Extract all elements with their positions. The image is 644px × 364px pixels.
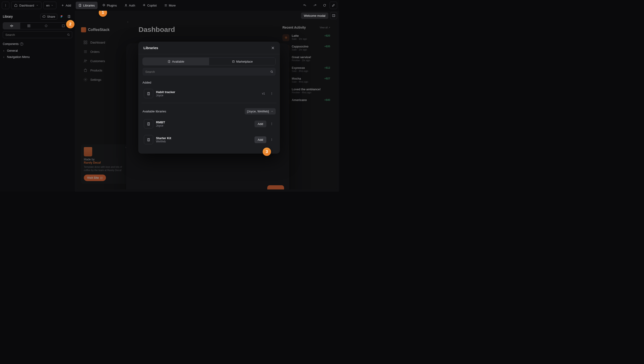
book-icon: [168, 60, 171, 63]
mode-grid[interactable]: [20, 22, 38, 29]
help-icon[interactable]: ?: [20, 42, 23, 46]
activity-title: Mocha: [292, 77, 322, 80]
menu-button[interactable]: [2, 2, 9, 9]
activity-title: Americano: [292, 98, 322, 102]
page-title: Dashboard: [139, 26, 277, 34]
tree-item-nav-menu[interactable]: › Navigation Menu: [3, 54, 72, 60]
copilot-button[interactable]: Copilot: [140, 2, 159, 9]
dots-vertical-icon: [270, 138, 273, 141]
library-row-available: Starter Kit WeWeb Add: [143, 132, 276, 148]
canvas: Welcome modal ‹ CoffeeStack Dashboard: [75, 11, 339, 192]
svg-point-34: [271, 92, 272, 93]
author-filter[interactable]: [Joyce, WeWeb]: [245, 108, 276, 114]
undo-icon: [303, 4, 306, 7]
svg-point-5: [61, 16, 62, 17]
svg-rect-12: [29, 26, 30, 27]
nav-label: Orders: [90, 50, 100, 54]
plugins-button[interactable]: Plugins: [100, 2, 120, 9]
grid-icon: [83, 40, 88, 44]
nav-dashboard[interactable]: Dashboard: [81, 38, 128, 47]
tree-item-general[interactable]: › General: [3, 48, 72, 54]
nav-orders[interactable]: Orders: [81, 47, 128, 56]
more-button[interactable]: More: [161, 2, 179, 9]
svg-rect-13: [62, 25, 64, 27]
activity-amount: +$27: [324, 77, 330, 84]
activity-amount: +$20: [324, 34, 330, 41]
library-search-input[interactable]: [145, 70, 270, 74]
activity-title: Cappuccino: [292, 45, 322, 48]
add-button[interactable]: Add: [58, 2, 74, 9]
mode-move[interactable]: [3, 22, 20, 29]
page-selector[interactable]: Dashboard: [11, 2, 42, 9]
activity-item[interactable]: $LatteSale · 1hr ago+$20: [282, 32, 330, 43]
undo-button[interactable]: [300, 2, 309, 9]
welcome-modal-label[interactable]: Welcome modal: [301, 12, 328, 19]
visit-site-button[interactable]: Visit Site: [84, 174, 106, 181]
madeby-text: Made by Rarely Decaf: [84, 158, 126, 164]
auth-label: Auth: [129, 4, 135, 7]
activity-item[interactable]: Great service!Review · 1hr ago: [282, 54, 330, 64]
diamond-icon: [45, 24, 48, 28]
components-section-header: Components ?: [3, 42, 72, 46]
svg-point-3: [126, 4, 127, 5]
components-section-label: Components: [3, 42, 19, 46]
close-button[interactable]: [271, 46, 275, 50]
move-icon: [10, 24, 13, 28]
tab-available[interactable]: Available: [143, 58, 209, 65]
activity-sub: Review · 4hrs ago: [292, 91, 328, 94]
mode-components[interactable]: [38, 22, 55, 29]
tab-marketplace[interactable]: Marketplace: [209, 58, 275, 65]
book-link-button[interactable]: [66, 14, 72, 20]
activity-item[interactable]: $MochaSale · 4hrs ago+$27: [282, 75, 330, 86]
redo-button[interactable]: [311, 2, 319, 9]
copilot-label: Copilot: [147, 4, 157, 7]
svg-point-35: [271, 93, 272, 94]
nav-customers[interactable]: Customers: [81, 56, 128, 66]
add-library-button[interactable]: Add: [255, 136, 266, 143]
dots-vertical-icon: [4, 4, 7, 7]
panel-toggle-button[interactable]: [330, 12, 337, 19]
library-more-button[interactable]: [269, 91, 274, 96]
library-version: v1: [262, 92, 265, 95]
library-more-button[interactable]: [269, 137, 274, 142]
box-icon: [62, 24, 65, 28]
share-button[interactable]: Share: [40, 14, 57, 20]
svg-point-1: [5, 5, 6, 6]
plugins-label: Plugins: [107, 4, 117, 7]
collapse-sidebar-button[interactable]: ‹: [127, 20, 128, 24]
chevron-down-icon: [36, 4, 39, 7]
preview-sidebar: ‹ CoffeeStack Dashboard Orders: [77, 20, 132, 190]
activity-item[interactable]: $EspressoSale · 3hrs ago+$12: [282, 64, 330, 75]
book-icon: [79, 4, 82, 7]
activity-item[interactable]: $Americano+$40: [282, 96, 330, 107]
madeby-sub: Template done with love and lots of coff…: [84, 165, 126, 172]
activity-item[interactable]: Loved the ambiance!Review · 4hrs ago: [282, 86, 330, 96]
view-all-link[interactable]: View all ↗: [320, 26, 330, 29]
libraries-modal-title: Libraries: [143, 46, 158, 50]
panel-mode-switch: [3, 22, 72, 29]
activity-amount: +$35: [324, 45, 330, 52]
visit-site-label: Visit Site: [87, 176, 99, 180]
panel-search[interactable]: [3, 31, 72, 38]
language-selector[interactable]: en: [43, 2, 56, 9]
libraries-button[interactable]: Libraries: [76, 2, 98, 9]
welcome-primary-button[interactable]: [267, 185, 284, 190]
nav-label: Customers: [90, 59, 105, 63]
nav-products[interactable]: Products: [81, 66, 128, 75]
library-search[interactable]: [143, 68, 276, 76]
nav-settings[interactable]: Settings: [81, 75, 128, 84]
svg-point-20: [85, 60, 86, 61]
refresh-button[interactable]: [321, 2, 328, 9]
figma-link-button[interactable]: [59, 14, 65, 20]
activity-item[interactable]: $CappuccinoSale · 1hr ago+$35: [282, 43, 330, 54]
add-library-button[interactable]: Add: [255, 120, 266, 127]
auth-button[interactable]: Auth: [122, 2, 138, 9]
added-section-header: Added: [143, 81, 276, 84]
edit-button[interactable]: [330, 2, 337, 9]
puzzle-icon: [102, 4, 106, 7]
panel-search-input[interactable]: [5, 33, 66, 37]
library-more-button[interactable]: [269, 121, 274, 126]
book-icon: [147, 138, 150, 142]
recent-activity-panel: Recent Activity View all ↗ $LatteSale · …: [282, 26, 330, 184]
activity-sub: Sale · 4hrs ago: [292, 80, 322, 83]
